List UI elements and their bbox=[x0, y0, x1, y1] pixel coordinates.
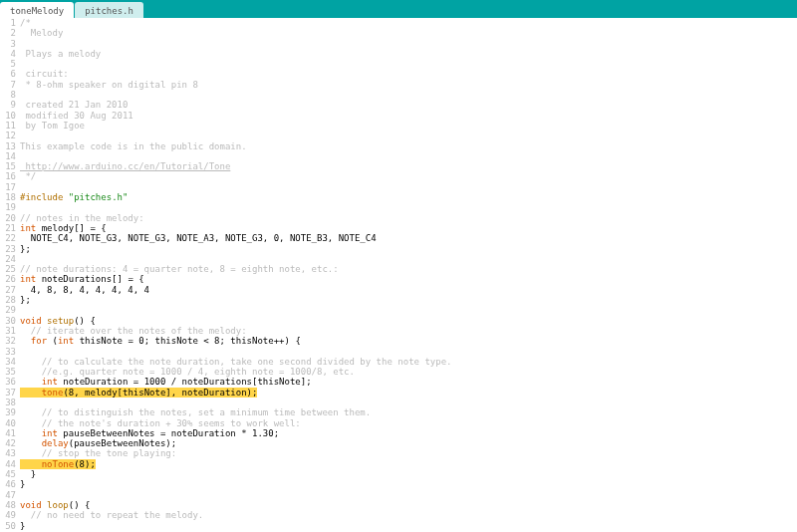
code-line[interactable]: 35 //e.g. quarter note = 1000 / 4, eight… bbox=[0, 367, 797, 377]
line-content[interactable]: 4, 8, 8, 4, 4, 4, 4, 4 bbox=[20, 285, 797, 295]
code-line[interactable]: 12 bbox=[0, 131, 797, 140]
code-line[interactable]: 26int noteDurations[] = { bbox=[0, 274, 797, 284]
code-line[interactable]: 18#include "pitches.h" bbox=[0, 192, 797, 202]
code-line[interactable]: 33 bbox=[0, 347, 797, 357]
line-content[interactable] bbox=[20, 490, 797, 500]
code-line[interactable]: 5 bbox=[0, 59, 797, 69]
code-line[interactable]: 6 circuit: bbox=[0, 69, 797, 79]
line-content[interactable]: int melody[] = { bbox=[20, 223, 797, 233]
line-content[interactable]: // note durations: 4 = quarter note, 8 =… bbox=[20, 264, 797, 274]
code-line[interactable]: 37 tone(8, melody[thisNote], noteDuratio… bbox=[0, 388, 797, 398]
line-content[interactable]: } bbox=[20, 521, 797, 531]
line-content[interactable]: created 21 Jan 2010 bbox=[20, 100, 797, 110]
line-content[interactable]: // to calculate the note duration, take … bbox=[20, 357, 797, 367]
line-content[interactable]: //e.g. quarter note = 1000 / 4, eighth n… bbox=[20, 367, 797, 377]
line-content[interactable]: */ bbox=[20, 171, 797, 181]
code-line[interactable]: 49 // no need to repeat the melody. bbox=[0, 510, 797, 520]
line-content[interactable]: http://www.arduino.cc/en/Tutorial/Tone bbox=[20, 161, 797, 171]
code-line[interactable]: 28}; bbox=[0, 295, 797, 305]
code-line[interactable]: 43 // stop the tone playing: bbox=[0, 448, 797, 458]
line-content[interactable] bbox=[20, 90, 797, 100]
line-content[interactable]: int noteDurations[] = { bbox=[20, 274, 797, 284]
line-content[interactable]: This example code is in the public domai… bbox=[20, 141, 797, 151]
code-line[interactable]: 3 bbox=[0, 39, 797, 49]
line-content[interactable] bbox=[20, 39, 797, 49]
line-content[interactable] bbox=[20, 398, 797, 407]
code-line[interactable]: 42 delay(pauseBetweenNotes); bbox=[0, 438, 797, 448]
line-content[interactable]: } bbox=[20, 479, 797, 489]
code-line[interactable]: 4 Plays a melody bbox=[0, 49, 797, 59]
line-content[interactable]: circuit: bbox=[20, 69, 797, 79]
code-line[interactable]: 23}; bbox=[0, 244, 797, 254]
line-content[interactable] bbox=[20, 347, 797, 357]
code-line[interactable]: 38 bbox=[0, 398, 797, 407]
code-line[interactable]: 19 bbox=[0, 202, 797, 212]
line-content[interactable]: void loop() { bbox=[20, 500, 797, 510]
code-line[interactable]: 39 // to distinguish the notes, set a mi… bbox=[0, 407, 797, 417]
line-content[interactable] bbox=[20, 151, 797, 161]
code-line[interactable]: 50} bbox=[0, 521, 797, 531]
code-line[interactable]: 2 Melody bbox=[0, 28, 797, 38]
code-line[interactable]: 24 bbox=[0, 254, 797, 264]
code-line[interactable]: 44 noTone(8); bbox=[0, 459, 797, 469]
line-content[interactable]: // stop the tone playing: bbox=[20, 448, 797, 458]
code-line[interactable]: 13This example code is in the public dom… bbox=[0, 141, 797, 151]
line-content[interactable]: int noteDuration = 1000 / noteDurations[… bbox=[20, 377, 797, 387]
line-content[interactable]: * 8-ohm speaker on digital pin 8 bbox=[20, 80, 797, 90]
code-line[interactable]: 21int melody[] = { bbox=[0, 223, 797, 233]
line-content[interactable]: int pauseBetweenNotes = noteDuration * 1… bbox=[20, 428, 797, 438]
code-line[interactable]: 30void setup() { bbox=[0, 316, 797, 326]
line-content[interactable] bbox=[20, 202, 797, 212]
code-editor[interactable]: 1/*2 Melody34 Plays a melody56 circuit:7… bbox=[0, 18, 797, 532]
tab-pitches-h[interactable]: pitches.h bbox=[75, 2, 143, 18]
line-content[interactable]: NOTE_C4, NOTE_G3, NOTE_G3, NOTE_A3, NOTE… bbox=[20, 233, 797, 243]
code-line[interactable]: 31 // iterate over the notes of the melo… bbox=[0, 326, 797, 336]
line-content[interactable]: // no need to repeat the melody. bbox=[20, 510, 797, 520]
code-line[interactable]: 45 } bbox=[0, 469, 797, 479]
line-content[interactable]: delay(pauseBetweenNotes); bbox=[20, 438, 797, 448]
code-line[interactable]: 34 // to calculate the note duration, ta… bbox=[0, 357, 797, 367]
line-content[interactable]: } bbox=[20, 469, 797, 479]
line-content[interactable] bbox=[20, 131, 797, 140]
code-line[interactable]: 16 */ bbox=[0, 171, 797, 181]
line-content[interactable]: // to distinguish the notes, set a minim… bbox=[20, 407, 797, 417]
line-content[interactable]: by Tom Igoe bbox=[20, 121, 797, 131]
code-line[interactable]: 47 bbox=[0, 490, 797, 500]
code-line[interactable]: 15 http://www.arduino.cc/en/Tutorial/Ton… bbox=[0, 161, 797, 171]
code-line[interactable]: 48void loop() { bbox=[0, 500, 797, 510]
line-content[interactable]: noTone(8); bbox=[20, 459, 797, 469]
code-line[interactable]: 20// notes in the melody: bbox=[0, 213, 797, 223]
line-content[interactable]: modified 30 Aug 2011 bbox=[20, 111, 797, 121]
line-content[interactable] bbox=[20, 182, 797, 192]
code-line[interactable]: 10 modified 30 Aug 2011 bbox=[0, 111, 797, 121]
code-line[interactable]: 32 for (int thisNote = 0; thisNote < 8; … bbox=[0, 336, 797, 346]
code-line[interactable]: 46} bbox=[0, 479, 797, 489]
line-content[interactable]: Plays a melody bbox=[20, 49, 797, 59]
code-area[interactable]: 1/*2 Melody34 Plays a melody56 circuit:7… bbox=[0, 18, 797, 532]
code-line[interactable]: 11 by Tom Igoe bbox=[0, 121, 797, 131]
line-content[interactable]: /* bbox=[20, 18, 797, 28]
code-line[interactable]: 25// note durations: 4 = quarter note, 8… bbox=[0, 264, 797, 274]
code-line[interactable]: 8 bbox=[0, 90, 797, 100]
line-content[interactable] bbox=[20, 59, 797, 69]
line-content[interactable]: for (int thisNote = 0; thisNote < 8; thi… bbox=[20, 336, 797, 346]
line-content[interactable]: Melody bbox=[20, 28, 797, 38]
code-line[interactable]: 41 int pauseBetweenNotes = noteDuration … bbox=[0, 428, 797, 438]
line-content[interactable]: tone(8, melody[thisNote], noteDuration); bbox=[20, 388, 797, 398]
code-line[interactable]: 36 int noteDuration = 1000 / noteDuratio… bbox=[0, 377, 797, 387]
line-content[interactable]: // notes in the melody: bbox=[20, 213, 797, 223]
code-line[interactable]: 29 bbox=[0, 305, 797, 315]
line-content[interactable]: }; bbox=[20, 244, 797, 254]
line-content[interactable] bbox=[20, 305, 797, 315]
line-content[interactable]: }; bbox=[20, 295, 797, 305]
line-content[interactable]: // the note's duration + 30% seems to wo… bbox=[20, 418, 797, 428]
code-line[interactable]: 40 // the note's duration + 30% seems to… bbox=[0, 418, 797, 428]
code-line[interactable]: 14 bbox=[0, 151, 797, 161]
code-line[interactable]: 17 bbox=[0, 182, 797, 192]
tab-tonemelody[interactable]: toneMelody bbox=[0, 2, 74, 18]
code-line[interactable]: 1/* bbox=[0, 18, 797, 28]
line-content[interactable]: // iterate over the notes of the melody: bbox=[20, 326, 797, 336]
code-line[interactable]: 27 4, 8, 8, 4, 4, 4, 4, 4 bbox=[0, 285, 797, 295]
code-line[interactable]: 7 * 8-ohm speaker on digital pin 8 bbox=[0, 80, 797, 90]
code-line[interactable]: 22 NOTE_C4, NOTE_G3, NOTE_G3, NOTE_A3, N… bbox=[0, 233, 797, 243]
